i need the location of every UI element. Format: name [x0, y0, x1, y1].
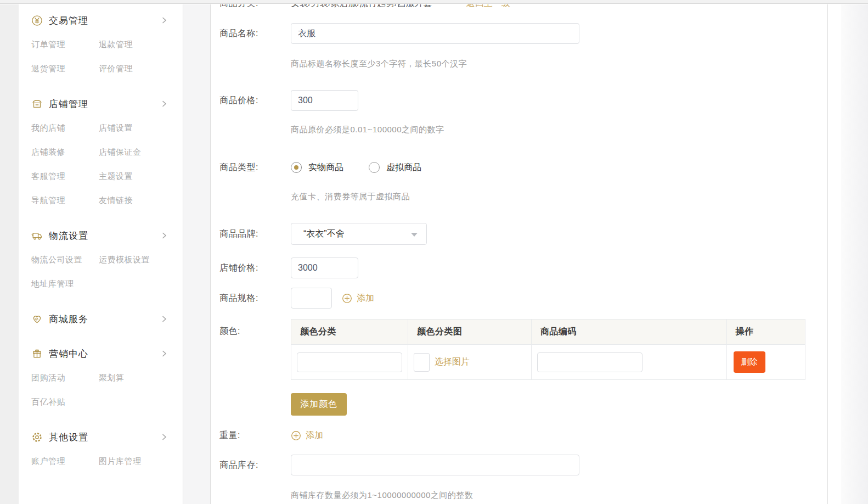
page-right-margin	[841, 4, 868, 504]
sidebar-section-label: 物流设置	[49, 229, 88, 242]
handshake-icon	[31, 313, 43, 325]
type-label: 商品类型:	[219, 162, 291, 173]
sidebar-item-refund-mgmt[interactable]: 退款管理	[99, 40, 183, 49]
back-to-parent-link[interactable]: 返回上一级	[466, 4, 510, 9]
form-row-weight: 重量: 添加	[219, 428, 827, 443]
sidebar-section-logistics-header[interactable]: 物流设置	[19, 228, 183, 243]
sidebar-item-friend-links[interactable]: 友情链接	[99, 195, 183, 205]
sidebar-item-return-mgmt[interactable]: 退货管理	[31, 64, 99, 73]
sidebar-item-order-mgmt[interactable]: 订单管理	[31, 40, 99, 49]
sidebar-section-shop: 店铺管理 我的店铺 店铺设置 店铺装修 店铺保证金 客服管理 主题设置 导航管理…	[19, 96, 183, 205]
sidebar-section-trade: 交易管理 订单管理 退款管理 退货管理 评价管理	[19, 13, 183, 73]
physical-product-radio[interactable]	[291, 162, 302, 173]
sidebar-item-nav-mgmt[interactable]: 导航管理	[31, 195, 99, 205]
sidebar-section-logistics: 物流设置 物流公司设置 运费模板设置 地址库管理	[19, 228, 183, 288]
color-image-thumbnail-box[interactable]	[414, 353, 430, 372]
sidebar-item-juhuasuan[interactable]: 聚划算	[99, 373, 183, 382]
chevron-right-icon	[161, 232, 167, 239]
circle-plus-icon	[291, 430, 301, 441]
add-weight-label: 添加	[306, 430, 323, 441]
product-name-input[interactable]	[291, 23, 579, 44]
form-row-name: 商品名称:	[219, 23, 827, 44]
shop-price-input[interactable]	[291, 257, 358, 278]
brand-select[interactable]: “衣衣”不舍	[291, 223, 427, 245]
add-weight-link[interactable]: 添加	[291, 430, 323, 441]
chevron-right-icon	[161, 16, 167, 24]
price-label: 商品价格:	[219, 95, 291, 107]
sidebar-section-marketing-header[interactable]: 营销中心	[19, 346, 183, 361]
color-category-input[interactable]	[297, 352, 402, 372]
product-price-input[interactable]	[291, 90, 358, 111]
sidebar-section-other-header[interactable]: 其他设置	[19, 429, 183, 445]
product-edit-form: 商品分类: 女装/男装/家居服/流行趋势/西服外套 返回上一级 商品名称: 商品…	[210, 4, 828, 504]
sidebar-section-mall-service-header[interactable]: 商城服务	[19, 311, 183, 327]
sidebar-item-shop-settings[interactable]: 店铺设置	[99, 123, 183, 132]
sidebar-section-label: 店铺管理	[49, 98, 88, 110]
form-row-stock: 商品库存:	[219, 455, 827, 475]
sidebar-item-shop-decoration[interactable]: 店铺装修	[31, 147, 99, 156]
sidebar-item-logistics-company[interactable]: 物流公司设置	[31, 255, 99, 264]
sidebar-item-account-mgmt[interactable]: 账户管理	[31, 456, 99, 466]
sidebar-item-customer-service[interactable]: 客服管理	[31, 171, 99, 181]
sidebar-item-billion-subsidy[interactable]: 百亿补贴	[31, 397, 99, 406]
sidebar-item-freight-template[interactable]: 运费模板设置	[99, 255, 183, 264]
table-header-row: 颜色分类 颜色分类图 商品编码 操作	[291, 320, 805, 345]
category-label: 商品分类:	[219, 4, 291, 9]
stock-hint: 商铺库存数量必须为1~10000000000之间的整数	[291, 490, 827, 501]
shop-icon	[31, 98, 43, 110]
form-row-price: 商品价格:	[219, 90, 827, 111]
sidebar-item-image-library[interactable]: 图片库管理	[99, 456, 183, 466]
add-color-button[interactable]: 添加颜色	[291, 393, 347, 416]
gear-icon	[31, 432, 43, 443]
form-row-color: 颜色: 颜色分类 颜色分类图 商品编码 操作 选择图片	[219, 319, 827, 380]
form-row-spec: 商品规格: 添加	[219, 288, 827, 309]
color-spec-table: 颜色分类 颜色分类图 商品编码 操作 选择图片 删除	[291, 319, 805, 380]
sidebar-section-mall-service: 商城服务	[19, 311, 183, 327]
sidebar-section-marketing: 营销中心 团购活动 聚划算 百亿补贴	[19, 346, 183, 406]
caret-down-icon	[411, 233, 418, 237]
column-header-color-category: 颜色分类	[291, 320, 408, 345]
table-row: 选择图片 删除	[291, 345, 805, 380]
category-value: 女装/男装/家居服/流行趋势/西服外套	[291, 4, 432, 9]
weight-label: 重量:	[219, 430, 291, 441]
sidebar-item-review-mgmt[interactable]: 评价管理	[99, 64, 183, 73]
name-label: 商品名称:	[219, 28, 291, 40]
sidebar-section-label: 营销中心	[49, 348, 88, 360]
circle-plus-icon	[342, 293, 352, 304]
chevron-right-icon	[161, 350, 167, 357]
truck-icon	[31, 230, 43, 242]
physical-product-radio-label[interactable]: 实物商品	[308, 162, 343, 173]
column-header-product-code: 商品编码	[531, 320, 726, 345]
column-header-actions: 操作	[726, 320, 805, 345]
name-hint: 商品标题名称长度至少3个字符，最长50个汉字	[291, 58, 827, 69]
shop-price-label: 店铺价格:	[219, 262, 291, 274]
yen-circle-icon	[31, 15, 43, 26]
sidebar-section-shop-header[interactable]: 店铺管理	[19, 96, 183, 111]
sidebar-item-theme-settings[interactable]: 主题设置	[99, 171, 183, 181]
stock-label: 商品库存:	[219, 460, 291, 471]
form-row-type: 商品类型: 实物商品 虚拟商品	[219, 161, 827, 174]
add-spec-link[interactable]: 添加	[342, 293, 374, 304]
spec-label: 商品规格:	[219, 293, 291, 304]
gift-icon	[31, 348, 43, 360]
choose-image-link[interactable]: 选择图片	[435, 356, 470, 368]
sidebar-item-shop-deposit[interactable]: 店铺保证金	[99, 147, 183, 156]
color-label: 颜色:	[219, 326, 291, 337]
spec-input[interactable]	[291, 288, 332, 309]
product-stock-input[interactable]	[291, 455, 579, 475]
sidebar-item-group-buy[interactable]: 团购活动	[31, 373, 99, 382]
chevron-right-icon	[161, 433, 167, 441]
form-row-add-color: 添加颜色	[219, 393, 827, 416]
sidebar-section-label: 其他设置	[49, 431, 88, 444]
sidebar-section-label: 商城服务	[49, 313, 88, 326]
product-code-input[interactable]	[537, 352, 642, 372]
sidebar-section-other: 其他设置 账户管理 图片库管理	[19, 429, 183, 466]
form-row-brand: 商品品牌: “衣衣”不舍	[219, 223, 827, 245]
virtual-product-radio-label[interactable]: 虚拟商品	[386, 162, 421, 173]
sidebar-section-trade-header[interactable]: 交易管理	[19, 13, 183, 28]
delete-row-button[interactable]: 删除	[734, 351, 765, 373]
chevron-right-icon	[161, 315, 167, 323]
virtual-product-radio[interactable]	[369, 162, 380, 173]
sidebar-item-address-library[interactable]: 地址库管理	[31, 279, 99, 288]
sidebar-item-my-shop[interactable]: 我的店铺	[31, 123, 99, 132]
